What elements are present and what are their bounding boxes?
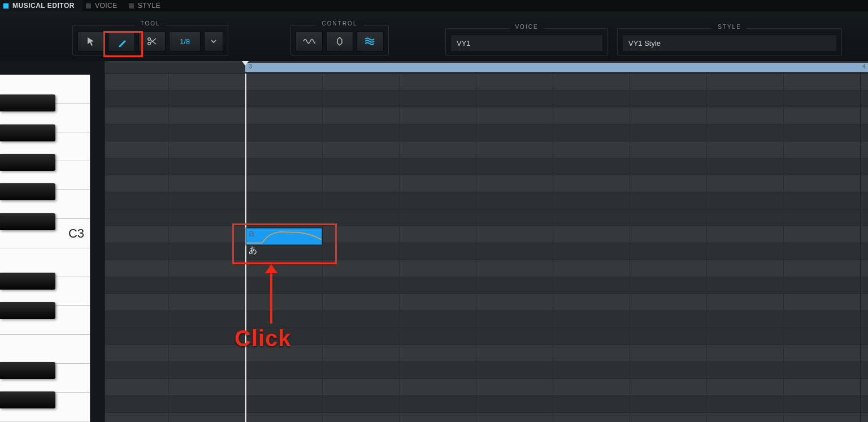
style-value: VY1 Style bbox=[628, 39, 661, 48]
quantize-select[interactable]: 1/8 bbox=[169, 31, 201, 51]
quantize-value: 1/8 bbox=[180, 37, 190, 46]
key-label: C3 bbox=[68, 226, 84, 241]
note-row[interactable] bbox=[105, 345, 868, 362]
grid-line bbox=[105, 74, 105, 422]
svg-rect-0 bbox=[119, 40, 126, 47]
black-key[interactable] bbox=[0, 154, 55, 171]
group-control: CONTROL bbox=[290, 25, 389, 55]
tab-style[interactable]: STYLE bbox=[125, 0, 169, 11]
black-key[interactable] bbox=[0, 391, 55, 408]
piano-roll[interactable]: 3 4 bbox=[105, 61, 868, 422]
note-row[interactable] bbox=[105, 158, 868, 175]
white-key[interactable] bbox=[0, 335, 90, 364]
note-row[interactable] bbox=[105, 209, 868, 226]
ruler-selection bbox=[245, 63, 868, 72]
quantize-dropdown-button[interactable] bbox=[204, 31, 223, 51]
piano-roll-rows[interactable]: a あ bbox=[105, 74, 868, 422]
tab-label: STYLE bbox=[138, 2, 161, 10]
grid-line bbox=[476, 74, 476, 422]
tab-label: MUSICAL EDITOR bbox=[12, 2, 75, 10]
grid-line bbox=[706, 74, 707, 422]
chevron-down-icon bbox=[210, 38, 217, 45]
diamond-icon bbox=[334, 36, 345, 46]
voice-select[interactable]: VY1 bbox=[450, 35, 603, 51]
scissors-icon bbox=[146, 36, 158, 47]
grid-line bbox=[553, 74, 553, 422]
editor-toolbar: TOOL 1/8 CONTROL bbox=[0, 11, 868, 61]
pencil-icon bbox=[116, 36, 127, 47]
waveform-icon bbox=[303, 36, 315, 46]
group-label: CONTROL bbox=[316, 20, 363, 27]
group-label: TOOL bbox=[134, 20, 166, 27]
note-lyric: あ bbox=[249, 245, 257, 256]
note-row[interactable] bbox=[105, 277, 868, 294]
arrow-tool-button[interactable] bbox=[77, 31, 105, 51]
note-row[interactable] bbox=[105, 192, 868, 209]
note-row[interactable] bbox=[105, 379, 868, 396]
black-key[interactable] bbox=[0, 273, 55, 290]
black-key[interactable] bbox=[0, 362, 55, 379]
note-row[interactable] bbox=[105, 91, 868, 107]
group-label: VOICE bbox=[509, 24, 544, 30]
piano-keyboard[interactable]: C3 bbox=[0, 75, 90, 422]
timeline-ruler[interactable]: 3 4 bbox=[105, 61, 868, 74]
note-row[interactable] bbox=[105, 294, 868, 311]
playhead[interactable] bbox=[245, 74, 246, 422]
waves-icon bbox=[364, 36, 376, 46]
pencil-tool-button[interactable] bbox=[108, 31, 135, 51]
note-row[interactable] bbox=[105, 74, 868, 91]
note-row[interactable] bbox=[105, 413, 868, 422]
note-row[interactable] bbox=[105, 260, 868, 277]
group-label: STYLE bbox=[712, 24, 747, 30]
arrow-icon bbox=[86, 36, 96, 46]
note-row[interactable] bbox=[105, 107, 868, 124]
note-pitch-curve-icon bbox=[246, 229, 322, 246]
tab-indicator-icon bbox=[86, 3, 91, 8]
group-tool: TOOL 1/8 bbox=[72, 25, 228, 55]
ruler-mark: 4 bbox=[862, 63, 866, 70]
note-row[interactable] bbox=[105, 311, 868, 328]
piano-roll-workspace: 3 4 bbox=[0, 61, 868, 422]
tab-indicator-icon bbox=[129, 3, 134, 8]
control-waves-button[interactable] bbox=[357, 31, 384, 51]
style-select[interactable]: VY1 Style bbox=[622, 35, 837, 51]
grid-line bbox=[399, 74, 400, 422]
grid-line bbox=[322, 74, 323, 422]
midi-note[interactable]: a あ bbox=[246, 228, 322, 245]
note-row[interactable] bbox=[105, 226, 868, 243]
note-row[interactable] bbox=[105, 124, 868, 141]
note-row[interactable] bbox=[105, 328, 868, 345]
note-row[interactable] bbox=[105, 175, 868, 192]
control-waveform-button[interactable] bbox=[296, 31, 323, 51]
black-key[interactable] bbox=[0, 213, 55, 230]
note-row[interactable] bbox=[105, 141, 868, 158]
black-key[interactable] bbox=[0, 183, 55, 200]
tab-voice[interactable]: VOICE bbox=[83, 0, 125, 11]
playhead-marker-icon bbox=[242, 61, 249, 66]
note-row[interactable] bbox=[105, 362, 868, 379]
grid-line bbox=[630, 74, 630, 422]
black-key[interactable] bbox=[0, 124, 55, 141]
grid-line bbox=[860, 74, 861, 422]
grid-line bbox=[168, 74, 169, 422]
black-key[interactable] bbox=[0, 302, 55, 319]
group-style: STYLE VY1 Style bbox=[617, 28, 842, 55]
top-tab-bar: MUSICAL EDITOR VOICE STYLE bbox=[0, 0, 868, 11]
ruler-mark: 3 bbox=[249, 63, 252, 70]
scissors-tool-button[interactable] bbox=[138, 31, 166, 51]
tab-label: VOICE bbox=[95, 2, 118, 10]
grid-line bbox=[783, 74, 784, 422]
note-row[interactable] bbox=[105, 396, 868, 413]
tab-musical-editor[interactable]: MUSICAL EDITOR bbox=[0, 0, 83, 11]
group-voice: VOICE VY1 bbox=[445, 28, 608, 55]
control-shape-button[interactable] bbox=[326, 31, 353, 51]
note-row[interactable] bbox=[105, 243, 868, 260]
tab-indicator-icon bbox=[3, 3, 8, 8]
black-key[interactable] bbox=[0, 94, 55, 111]
voice-value: VY1 bbox=[457, 39, 471, 48]
